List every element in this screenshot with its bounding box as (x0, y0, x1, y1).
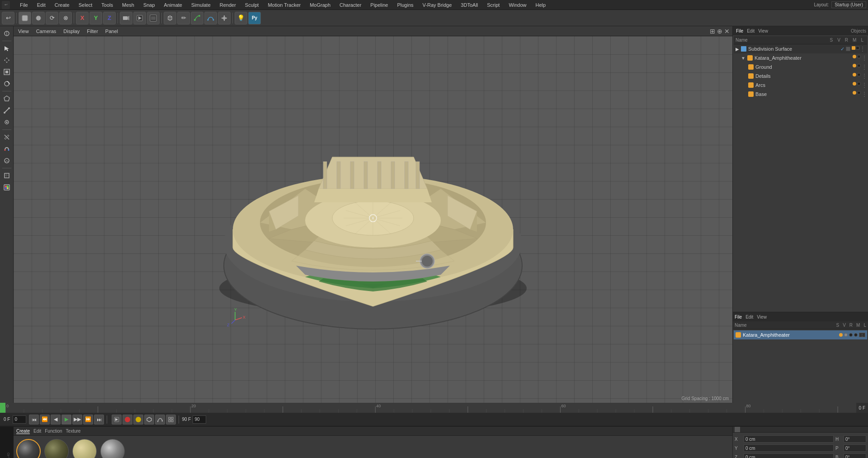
material-sphere-3[interactable] (72, 439, 97, 458)
motion-path-button[interactable] (155, 415, 165, 425)
menu-animate[interactable]: Animate (162, 2, 184, 8)
end-frame-input[interactable] (193, 415, 206, 424)
katara-row[interactable]: Katara_Amphitheater ⋮ (734, 330, 867, 339)
viewport-canvas[interactable]: Perspective (14, 36, 732, 403)
menu-pipeline[interactable]: Pipeline (368, 2, 390, 8)
h-input[interactable]: 0° (844, 435, 866, 443)
sculpt-tool[interactable] (1, 155, 12, 166)
menu-render[interactable]: Render (218, 2, 238, 8)
file-tab[interactable]: File (735, 29, 745, 33)
y-pos-input[interactable]: 0 cm (744, 444, 834, 452)
katara-amphitheater-parent[interactable]: ▼ Katara_Amphitheater ⋮ (734, 53, 867, 62)
goto-start-button[interactable]: ⏮ (29, 415, 39, 425)
render-button[interactable] (133, 12, 146, 24)
play-forward-button[interactable]: ▶▶ (72, 415, 82, 425)
texture-tab[interactable]: Texture (66, 429, 81, 434)
material-sphere-2[interactable] (44, 439, 69, 458)
menu-sculpt[interactable]: Sculpt (243, 2, 261, 8)
cameras-tab[interactable]: Cameras (34, 29, 58, 34)
magnet-tool[interactable] (1, 143, 12, 154)
menu-edit[interactable]: Edit (35, 2, 47, 8)
ground-item[interactable]: Ground ⋮ (734, 62, 867, 72)
left-tool-1[interactable] (1, 28, 12, 39)
z-axis-button[interactable]: Z (103, 12, 116, 24)
step-forward-button[interactable]: ⏩ (83, 415, 93, 425)
menu-simulate[interactable]: Simulate (189, 2, 212, 8)
menu-mesh[interactable]: Mesh (120, 2, 136, 8)
view-tab-bottom[interactable]: View (757, 315, 767, 320)
menu-script[interactable]: Script (485, 2, 501, 8)
grid-button[interactable] (166, 415, 176, 425)
paint-tool[interactable] (1, 182, 12, 193)
key-selection-button[interactable] (144, 415, 154, 425)
auto-key-button[interactable] (133, 415, 143, 425)
function-tab[interactable]: Function (45, 429, 62, 434)
field-tool[interactable] (218, 12, 231, 24)
nurbs-tool[interactable] (204, 12, 217, 24)
rotate-tool-button[interactable]: ⟳ (46, 12, 58, 24)
layout-dropdown[interactable]: Startup (User) (831, 1, 866, 8)
python-tool[interactable]: Py (248, 12, 261, 24)
x-axis-button[interactable]: X (76, 12, 89, 24)
knife-tool[interactable] (1, 132, 12, 143)
menu-window[interactable]: Window (507, 2, 528, 8)
view-tab[interactable]: View (16, 29, 31, 34)
step-back-button[interactable]: ⏪ (40, 415, 50, 425)
create-tab[interactable]: Create (16, 429, 30, 434)
record-button[interactable] (123, 415, 132, 425)
details-item[interactable]: Details ⋮ (734, 72, 867, 81)
material-sphere-4[interactable] (100, 439, 125, 458)
arcs-item[interactable]: Arcs ⋮ (734, 81, 867, 90)
spline-tool[interactable] (191, 12, 203, 24)
model-mode-button[interactable] (19, 12, 31, 24)
panel-tab[interactable]: Panel (104, 29, 120, 34)
poly-tool[interactable] (1, 93, 12, 104)
base-item[interactable]: Base ⋮ (734, 90, 867, 99)
pen-tool[interactable]: ✏ (177, 12, 190, 24)
material-4[interactable]: Katara_... (100, 439, 125, 458)
edge-tool[interactable] (1, 105, 12, 116)
menu-snap[interactable]: Snap (142, 2, 157, 8)
subdivision-surface-header[interactable]: ▶ Subdivision Surface ✓ ⋮ (734, 44, 867, 53)
close-viewport-icon[interactable]: ✕ (724, 28, 730, 35)
menu-select[interactable]: Select (77, 2, 94, 8)
material-sphere-1[interactable] (16, 439, 41, 458)
menu-character[interactable]: Character (338, 2, 363, 8)
timeline-ruler[interactable] (5, 403, 856, 413)
menu-create[interactable]: Create (53, 2, 71, 8)
light-tool[interactable]: 💡 (235, 12, 247, 24)
menu-file[interactable]: File (18, 2, 30, 8)
file-tab-bottom[interactable]: File (735, 315, 742, 320)
add-viewport-icon[interactable]: ⊕ (717, 28, 722, 35)
edit-tab[interactable]: Edit (745, 29, 756, 33)
menu-tools[interactable]: Tools (99, 2, 115, 8)
render-settings-button[interactable] (147, 12, 160, 24)
menu-plugins[interactable]: Plugins (395, 2, 415, 8)
edit-tab-bottom[interactable]: Edit (745, 315, 753, 320)
cube-tool[interactable] (164, 12, 176, 24)
view-tab-right[interactable]: View (757, 29, 769, 33)
menu-mograph[interactable]: MoGraph (308, 2, 332, 8)
uv-tool[interactable] (1, 170, 12, 181)
rotate-tool[interactable] (1, 78, 12, 89)
play-back-button[interactable]: ◀ (51, 415, 61, 425)
key-all-button[interactable] (112, 415, 122, 425)
y-axis-button[interactable]: Y (90, 12, 102, 24)
display-tab[interactable]: Display (61, 29, 81, 34)
x-pos-input[interactable]: 0 cm (744, 435, 834, 443)
material-2[interactable]: Katara_... (44, 439, 69, 458)
menu-3dtoall[interactable]: 3DToAll (459, 2, 480, 8)
material-1[interactable]: Katara_... (16, 439, 41, 458)
menu-motion-tracker[interactable]: Motion Tracker (266, 2, 302, 8)
scale-tool[interactable] (1, 67, 12, 77)
camera-button[interactable] (120, 12, 132, 24)
z-pos-input[interactable]: 0 cm (744, 453, 834, 458)
frame-input[interactable] (13, 415, 26, 424)
undo-button[interactable]: ↩ (2, 12, 14, 24)
move-tool[interactable] (1, 55, 12, 66)
material-3[interactable]: Katara_... (72, 439, 97, 458)
maximize-icon[interactable]: ⊞ (710, 28, 715, 35)
filter-tab[interactable]: Filter (85, 29, 99, 34)
edit-mat-tab[interactable]: Edit (33, 429, 41, 434)
select-tool[interactable] (1, 43, 12, 54)
